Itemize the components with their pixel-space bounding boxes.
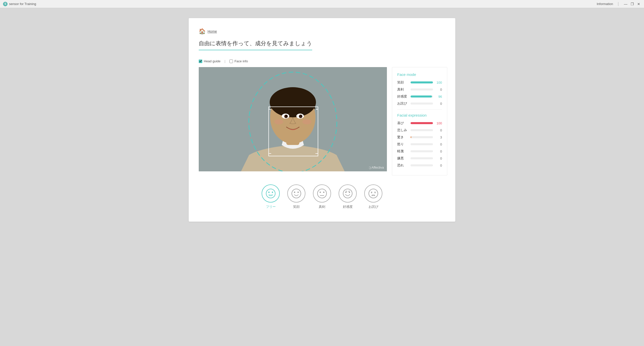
metric-bar-container xyxy=(411,136,433,138)
emoji-circle-apologetic xyxy=(364,184,382,203)
face-info-checkbox-label[interactable]: Face info xyxy=(229,59,248,63)
metric-bar-container xyxy=(411,122,433,124)
restore-button[interactable]: ❐ xyxy=(630,2,634,6)
metric-row: 真剣0 xyxy=(397,87,442,92)
home-link[interactable]: Home xyxy=(208,29,217,33)
emoji-circle-friendly xyxy=(339,184,357,203)
metric-value: 100 xyxy=(435,121,442,125)
face-info-label: Face info xyxy=(234,59,248,63)
options-row: Head guide | Face info xyxy=(199,59,445,63)
metric-label: 悲しみ xyxy=(397,128,409,132)
metric-value: 0 xyxy=(435,150,442,153)
emoji-item-friendly[interactable]: 好感度 xyxy=(339,184,357,209)
options-divider: | xyxy=(225,59,225,63)
metric-value: 100 xyxy=(435,81,442,84)
camera-area: :) Affectiva xyxy=(199,67,387,171)
emoji-row: フリー 笑顔 真剣 好感度 お詫び xyxy=(199,184,445,209)
metric-label: 軽蔑 xyxy=(397,149,409,154)
emoji-item-smile[interactable]: 笑顔 xyxy=(287,184,305,209)
titlebar: S sensor for Training Information — ❐ ✕ xyxy=(0,0,644,8)
close-button[interactable]: ✕ xyxy=(636,2,641,6)
emoji-label-apologetic: お詫び xyxy=(369,205,378,209)
metric-label: 喜び xyxy=(397,121,409,125)
svg-point-29 xyxy=(298,192,299,193)
metric-label: 驚き xyxy=(397,135,409,139)
metric-bar-container xyxy=(411,88,433,90)
metric-value: 3 xyxy=(435,135,442,139)
emoji-label-smile: 笑顔 xyxy=(293,205,300,209)
metric-bar-container xyxy=(411,81,433,83)
svg-point-34 xyxy=(343,189,352,198)
emoji-item-serious[interactable]: 真剣 xyxy=(313,184,331,209)
metric-bar xyxy=(411,136,411,138)
metric-label: 真剣 xyxy=(397,87,409,92)
metric-label: 怒り xyxy=(397,142,409,146)
metric-row: 悲しみ0 xyxy=(397,128,442,132)
face-info-checkbox[interactable] xyxy=(229,60,233,63)
svg-point-35 xyxy=(345,192,347,193)
face-mode-title: Face mode xyxy=(397,72,442,77)
camera-feed xyxy=(199,67,387,171)
watermark: :) Affectiva xyxy=(369,166,384,169)
metric-row: お詫び0 xyxy=(397,101,442,106)
titlebar-divider xyxy=(618,2,618,6)
minimize-button[interactable]: — xyxy=(623,2,628,6)
metric-row: 軽蔑0 xyxy=(397,149,442,154)
app-icon: S xyxy=(3,2,8,6)
content-grid: :) Affectiva Face mode 笑顔100真剣0好感度96お詫び0… xyxy=(199,67,445,175)
metric-bar-container xyxy=(411,103,433,105)
metric-label: 恐れ xyxy=(397,163,409,168)
svg-line-37 xyxy=(346,191,347,191)
emoji-label-free: フリー xyxy=(266,205,276,209)
panel-divider xyxy=(397,109,442,110)
svg-point-28 xyxy=(294,192,295,193)
svg-point-41 xyxy=(375,192,376,193)
emoji-circle-smile xyxy=(287,184,305,203)
metric-value: 0 xyxy=(435,128,442,132)
svg-point-31 xyxy=(320,192,321,193)
emoji-item-apologetic[interactable]: お詫び xyxy=(364,184,382,209)
breadcrumb: 🏠 Home xyxy=(199,28,445,35)
svg-line-38 xyxy=(348,191,350,191)
svg-point-24 xyxy=(266,189,275,198)
face-mode-metrics: 笑顔100真剣0好感度96お詫び0 xyxy=(397,80,442,106)
head-guide-label: Head guide xyxy=(204,59,221,63)
info-label[interactable]: Information xyxy=(597,2,613,6)
svg-point-11 xyxy=(300,115,302,117)
emoji-label-friendly: 好感度 xyxy=(343,205,353,209)
metric-bar-container xyxy=(411,164,433,166)
side-panel: Face mode 笑顔100真剣0好感度96お詫び0 Facial expre… xyxy=(392,67,447,175)
facial-expression-metrics: 喜び100悲しみ0驚き3怒り0軽蔑0嫌悪0恐れ0 xyxy=(397,121,442,168)
metric-row: 嫌悪0 xyxy=(397,156,442,161)
emoji-item-free[interactable]: フリー xyxy=(262,184,280,209)
metric-bar xyxy=(411,81,433,83)
svg-point-13 xyxy=(302,119,311,124)
svg-point-30 xyxy=(317,189,327,198)
metric-label: 笑顔 xyxy=(397,80,409,85)
metric-value: 0 xyxy=(435,157,442,160)
svg-point-27 xyxy=(292,189,301,198)
titlebar-right: Information — ❐ ✕ xyxy=(597,2,641,6)
metric-row: 笑顔100 xyxy=(397,80,442,85)
metric-value: 0 xyxy=(435,88,442,91)
head-guide-checkbox-label[interactable]: Head guide xyxy=(199,59,221,63)
metric-bar-container xyxy=(411,129,433,131)
window-controls: — ❐ ✕ xyxy=(623,2,641,6)
page-title: 自由に表情を作って、成分を見てみましょう xyxy=(199,40,312,50)
svg-point-25 xyxy=(268,192,270,193)
metric-row: 怒り0 xyxy=(397,142,442,146)
emoji-label-serious: 真剣 xyxy=(319,205,325,209)
app-title: sensor for Training xyxy=(9,2,36,6)
metric-row: 好感度96 xyxy=(397,94,442,99)
emoji-circle-free xyxy=(262,184,280,203)
head-guide-checkbox[interactable] xyxy=(199,60,202,63)
metric-bar-container xyxy=(411,150,433,152)
svg-point-12 xyxy=(274,119,283,124)
svg-point-26 xyxy=(272,192,273,193)
metric-value: 0 xyxy=(435,102,442,106)
metric-row: 喜び100 xyxy=(397,121,442,125)
svg-point-39 xyxy=(369,189,378,198)
svg-point-10 xyxy=(286,115,287,117)
facial-expression-title: Facial expression xyxy=(397,113,442,117)
metric-label: 好感度 xyxy=(397,94,409,99)
